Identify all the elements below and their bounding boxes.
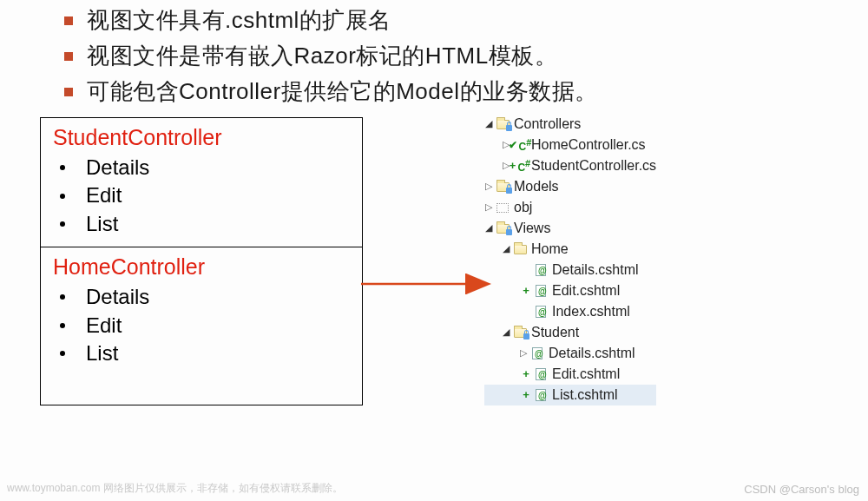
tree-file-cshtml[interactable]: Index.cshtml	[484, 301, 656, 322]
controller-boxes: StudentController Details Edit List Home…	[40, 117, 363, 405]
arrow-icon	[361, 274, 500, 294]
plus-icon: +	[521, 366, 531, 383]
cshtml-file-icon	[533, 285, 549, 297]
action-label: Edit	[86, 181, 122, 209]
controller-action: Details	[53, 283, 350, 311]
dot-icon	[60, 221, 65, 227]
csharp-file-icon: ✔C#	[512, 135, 528, 155]
tree-label: Student	[531, 322, 579, 344]
bullet-text: 视图文件是带有嵌入Razor标记的HTML模板。	[87, 41, 557, 71]
folder-icon	[495, 182, 510, 192]
folder-icon	[495, 120, 510, 129]
cshtml-file-icon	[533, 306, 549, 318]
bullet-square-icon	[64, 16, 73, 25]
action-label: Details	[86, 283, 149, 311]
tree-file-cshtml[interactable]: Details.cshtml	[484, 260, 656, 280]
tree-file-cshtml[interactable]: ▷ Details.cshtml	[484, 343, 656, 364]
bullet-item: 可能包含Controller提供给它的Model的业务数据。	[64, 76, 868, 107]
bullet-text: 视图文件具有.cshtml的扩展名	[87, 5, 391, 36]
plus-icon: +	[521, 386, 531, 404]
action-label: Edit	[86, 312, 122, 339]
dot-icon	[60, 294, 65, 300]
tree-label: Details.cshtml	[549, 343, 635, 365]
watermark-left: www.toymoban.com 网络图片仅供展示，非存储，如有侵权请联系删除。	[7, 481, 343, 496]
watermark-right: CSDN @Carson's blog	[744, 483, 859, 496]
action-label: List	[86, 210, 118, 238]
lock-icon	[506, 229, 512, 235]
solution-tree: ◢ Controllers ▷ ✔C# HomeController.cs ▷ …	[484, 114, 656, 405]
lower-section: StudentController Details Edit List Home…	[0, 117, 868, 405]
tree-label: Home	[531, 239, 569, 260]
tree-file-cshtml[interactable]: + Edit.cshtml	[484, 364, 656, 385]
tree-label: Index.cshtml	[552, 301, 630, 323]
bullet-text: 可能包含Controller提供给它的Model的业务数据。	[87, 76, 598, 107]
tree-label: Details.cshtml	[552, 260, 639, 281]
action-label: List	[86, 339, 118, 367]
tree-label: Models	[514, 176, 559, 198]
controller-action: Edit	[53, 312, 350, 339]
tree-label: Controllers	[514, 114, 581, 135]
tree-file-cshtml[interactable]: + Edit.cshtml	[484, 280, 656, 301]
folder-icon	[495, 224, 510, 234]
tree-label: List.cshtml	[552, 385, 618, 406]
lock-icon	[523, 333, 529, 339]
dot-icon	[60, 165, 65, 170]
cshtml-file-icon	[529, 347, 545, 359]
bullet-square-icon	[64, 88, 73, 96]
expand-icon[interactable]: ◢	[502, 325, 510, 339]
bullet-item: 视图文件具有.cshtml的扩展名	[64, 5, 868, 36]
cshtml-file-icon	[533, 389, 549, 401]
tree-file-studentcontroller[interactable]: ▷ +C# StudentController.cs	[484, 155, 656, 176]
controller-box-home: HomeController Details Edit List	[41, 247, 362, 376]
cshtml-file-icon	[533, 264, 549, 276]
tree-label: HomeController.cs	[531, 135, 646, 156]
dot-icon	[60, 351, 65, 356]
action-label: Details	[86, 154, 149, 181]
tree-folder-controllers[interactable]: ◢ Controllers	[484, 114, 656, 135]
lock-icon	[506, 188, 512, 194]
tree-file-cshtml-selected[interactable]: + List.cshtml	[484, 385, 656, 405]
tree-file-homecontroller[interactable]: ▷ ✔C# HomeController.cs	[484, 135, 656, 155]
controller-box-student: StudentController Details Edit List	[41, 118, 362, 247]
controller-action: Edit	[53, 181, 350, 209]
tree-label: obj	[514, 197, 532, 219]
expand-icon[interactable]: ▷	[519, 346, 528, 360]
dot-icon	[60, 323, 65, 328]
bullet-square-icon	[64, 52, 73, 61]
tree-label: Views	[514, 218, 550, 240]
tree-folder-student[interactable]: ◢ Student	[484, 322, 656, 343]
lock-icon	[506, 125, 512, 131]
tree-folder-obj[interactable]: ▷ obj	[484, 197, 656, 218]
csharp-file-icon: +C#	[512, 156, 528, 176]
tree-label: Edit.cshtml	[552, 280, 620, 302]
expand-icon[interactable]: ◢	[502, 241, 510, 256]
controller-action: List	[53, 339, 350, 367]
tree-folder-views[interactable]: ◢ Views	[484, 218, 656, 239]
folder-dashed-icon	[495, 203, 510, 213]
tree-folder-models[interactable]: ▷ Models	[484, 176, 656, 197]
bullet-item: 视图文件是带有嵌入Razor标记的HTML模板。	[64, 41, 868, 71]
dot-icon	[60, 194, 65, 199]
controller-action: Details	[53, 154, 350, 181]
folder-icon	[512, 328, 528, 338]
folder-icon	[512, 245, 528, 254]
bullet-list: 视图文件具有.cshtml的扩展名 视图文件是带有嵌入Razor标记的HTML模…	[0, 0, 868, 107]
arrow-wrap	[363, 117, 493, 405]
cshtml-file-icon	[533, 368, 549, 380]
tree-label: Edit.cshtml	[552, 364, 620, 386]
tree-label: StudentController.cs	[531, 155, 656, 177]
plus-icon: +	[521, 282, 531, 300]
controller-title: StudentController	[53, 125, 350, 150]
tree-folder-home[interactable]: ◢ Home	[484, 239, 656, 260]
controller-title: HomeController	[53, 254, 350, 280]
controller-action: List	[53, 210, 350, 238]
